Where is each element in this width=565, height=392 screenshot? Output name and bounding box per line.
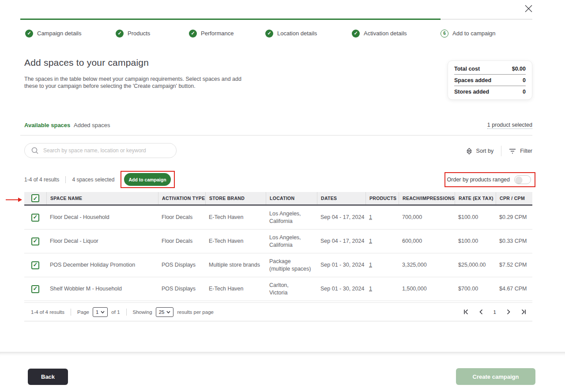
step-label: Products	[128, 30, 150, 37]
cell-reach: 700,000	[399, 214, 455, 221]
col-rate[interactable]: RATE (EX TAX)	[455, 192, 496, 204]
step-products[interactable]: ✓ Products	[116, 29, 150, 38]
cell-dates: Sep 04 - 17, 2024	[317, 237, 365, 245]
pagination-count: 1-4 of 4 results	[31, 309, 64, 315]
cell-brand: E-Tech Haven	[205, 285, 266, 293]
table-row[interactable]: ✓ Shelf Wobbler M - Household POS Displa…	[24, 277, 532, 301]
search-field[interactable]	[43, 147, 162, 154]
cell-space-name: Shelf Wobbler M - Household	[46, 285, 158, 293]
check-icon: ✓	[25, 30, 33, 38]
summary-value: 0	[523, 77, 526, 83]
current-page[interactable]: 1	[493, 309, 496, 315]
col-reach[interactable]: REACH/IMPRESSIONS	[399, 192, 455, 204]
cell-brand: E-Tech Haven	[205, 237, 266, 245]
cell-location: Carlton,Victoria	[266, 282, 317, 296]
divider	[20, 135, 532, 136]
last-page-icon[interactable]	[520, 309, 526, 315]
col-dates[interactable]: DATES	[317, 192, 365, 204]
back-button[interactable]: Back	[28, 369, 68, 385]
cell-space-name: Floor Decal - Liquor	[46, 237, 158, 245]
pagination-bar: 1-4 of 4 results Page 1 of 1 Showing 25 …	[24, 302, 532, 321]
products-link[interactable]: 1	[369, 286, 372, 292]
row-checkbox[interactable]: ✓	[31, 237, 39, 245]
step-location-details[interactable]: ✓ Location details	[265, 29, 317, 38]
col-cpm[interactable]: CPR / CPM	[496, 192, 532, 204]
page-label: Page	[77, 309, 89, 315]
col-location[interactable]: LOCATION	[266, 192, 317, 204]
cell-dates: Sep 01 - 30, 2024	[317, 261, 365, 269]
products-link[interactable]: 1	[369, 214, 372, 220]
col-store-brand[interactable]: STORE BRAND	[205, 192, 266, 204]
row-checkbox[interactable]: ✓	[31, 261, 39, 269]
divider	[501, 146, 501, 156]
table-row[interactable]: ✓ POS December Holiday Promotion POS Dis…	[24, 253, 532, 277]
toggle-knob	[516, 177, 522, 183]
col-space-name[interactable]: SPACE NAME	[46, 192, 158, 204]
product-selected-link[interactable]: 1 product selected	[487, 122, 532, 129]
table-row[interactable]: ✓ Floor Decal - Household Floor Decals E…	[24, 206, 532, 230]
step-activation-details[interactable]: ✓ Activation details	[352, 29, 407, 38]
order-toggle-label: Order by products ranged	[447, 177, 510, 183]
cell-rate: $100.00	[455, 214, 496, 221]
col-activation-type[interactable]: ACTIVATION TYPE	[158, 192, 205, 204]
cell-location: Los Angeles,California	[266, 210, 317, 225]
cell-activation: POS Displays	[158, 285, 205, 293]
step-campaign-details[interactable]: ✓ Campaign details	[25, 29, 81, 38]
progress-bar-track	[441, 19, 532, 19]
summary-label: Spaces added	[454, 77, 491, 83]
products-link[interactable]: 1	[369, 238, 372, 244]
col-products[interactable]: PRODUCTS	[365, 192, 399, 204]
select-all-checkbox[interactable]: ✓	[31, 194, 39, 202]
cell-brand: E-Tech Haven	[205, 214, 266, 221]
per-page-select[interactable]: 25	[156, 307, 174, 317]
cell-dates: Sep 04 - 17, 2024	[317, 214, 365, 221]
close-icon[interactable]	[525, 5, 532, 12]
step-add-to-campaign[interactable]: 6 Add to campaign	[441, 29, 496, 38]
divider	[126, 309, 127, 316]
page-title: Add spaces to your campaign	[24, 57, 149, 68]
table-row[interactable]: ✓ Floor Decal - Liquor Floor Decals E-Te…	[24, 230, 532, 253]
cell-activation: POS Displays	[158, 261, 205, 269]
cell-cpm: $0.33 CPM	[496, 237, 532, 245]
prev-page-icon[interactable]	[478, 309, 484, 315]
step-number: 6	[441, 30, 448, 38]
filter-button[interactable]: Filter	[520, 148, 532, 154]
spaces-table: ✓ SPACE NAME ACTIVATION TYPE STORE BRAND…	[24, 192, 532, 301]
step-label: Campaign details	[37, 30, 81, 37]
tab-available-spaces[interactable]: Available spaces	[24, 122, 70, 128]
sort-by-button[interactable]: Sort by	[476, 148, 494, 154]
next-page-icon[interactable]	[505, 309, 511, 315]
footer-bar: Back Create campaign	[0, 352, 565, 392]
cell-reach: 3,325,000	[399, 261, 455, 269]
annotation-box-add-button	[121, 171, 175, 188]
sort-icon	[466, 147, 472, 155]
summary-value: 0	[523, 89, 526, 95]
filter-icon	[509, 148, 516, 154]
annotation-arrow	[5, 197, 23, 203]
cell-reach: 600,000	[399, 237, 455, 245]
products-link[interactable]: 1	[369, 262, 372, 268]
cell-cpm: $0.29 CPM	[496, 214, 532, 221]
order-by-products-toggle[interactable]	[514, 175, 531, 184]
cell-rate: $25,000.00	[455, 261, 496, 269]
summary-label: Stores added	[454, 89, 489, 95]
page-select[interactable]: 1	[93, 307, 108, 317]
check-icon: ✓	[352, 30, 360, 38]
search-input[interactable]	[24, 143, 177, 158]
first-page-icon[interactable]	[463, 309, 469, 315]
cell-activation: Floor Decals	[158, 237, 205, 245]
cell-activation: Floor Decals	[158, 214, 205, 221]
step-performance[interactable]: ✓ Performance	[189, 29, 234, 38]
step-label: Location details	[277, 30, 317, 37]
tab-added-spaces[interactable]: Added spaces	[74, 122, 110, 128]
row-checkbox[interactable]: ✓	[31, 214, 39, 222]
chevron-down-icon	[101, 311, 105, 313]
summary-label: Total cost	[454, 66, 480, 72]
results-count: 1-4 of 4 results	[24, 177, 59, 183]
cell-cpm: $4.67 CPM	[496, 285, 532, 293]
check-icon: ✓	[116, 30, 124, 38]
per-page-suffix: results per page	[177, 309, 213, 315]
create-campaign-button[interactable]: Create campaign	[456, 368, 535, 385]
cell-cpm: $7.52 CPM	[496, 261, 532, 269]
row-checkbox[interactable]: ✓	[31, 285, 39, 293]
